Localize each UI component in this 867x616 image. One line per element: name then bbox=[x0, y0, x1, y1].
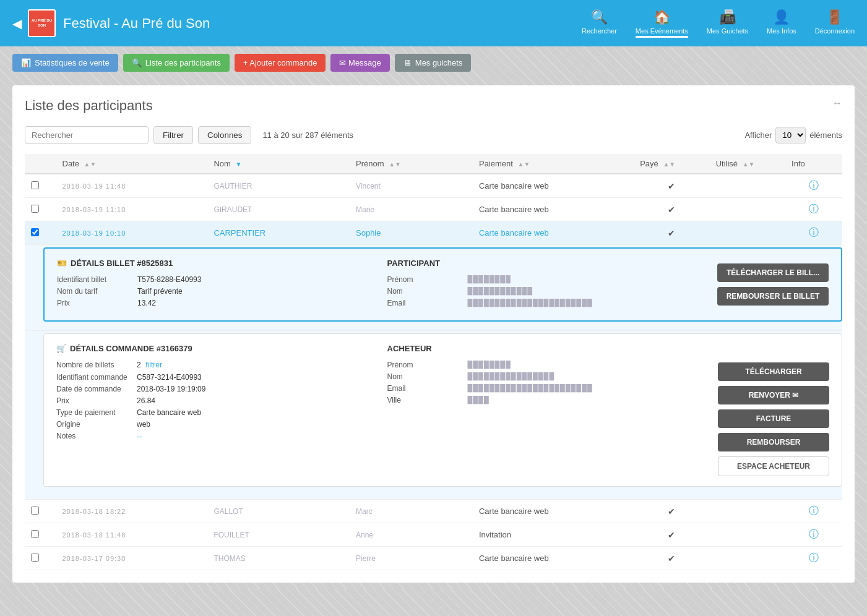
row-info[interactable]: ⓘ bbox=[785, 174, 842, 198]
th-paye[interactable]: Payé ▲▼ bbox=[634, 154, 709, 174]
rembourser-commande-button[interactable]: REMBOURSER bbox=[718, 433, 829, 451]
th-utilise[interactable]: Utilisé ▲▼ bbox=[710, 154, 785, 174]
sort-paye-icon: ▲▼ bbox=[663, 161, 675, 168]
row-date: 2018-03-19 11:10 bbox=[56, 198, 208, 221]
th-checkbox bbox=[25, 154, 56, 174]
nav-mes-guichets[interactable]: 📠 Mes Guichets bbox=[707, 9, 748, 38]
row-info[interactable]: ⓘ bbox=[785, 198, 842, 221]
info-icon[interactable]: ⓘ bbox=[809, 180, 819, 190]
ajouter-commande-button[interactable]: + Ajouter commande bbox=[235, 54, 326, 72]
check-icon: ✔ bbox=[668, 530, 675, 540]
sort-paiement-icon: ▲▼ bbox=[518, 161, 530, 168]
search-bar: Filtrer Colonnes 11 à 20 sur 287 élément… bbox=[25, 126, 842, 144]
row-paiement: Carte bancaire web bbox=[473, 500, 634, 523]
row-checkbox[interactable] bbox=[31, 181, 39, 189]
commande-paiement: Type de paiement Carte bancaire web bbox=[56, 408, 369, 417]
row-prenom: Marc bbox=[350, 500, 473, 523]
telecharger-commande-button[interactable]: TÉLÉCHARGER bbox=[718, 362, 829, 381]
info-icon[interactable]: ⓘ bbox=[809, 227, 819, 237]
row-date: 2018-03-18 11:48 bbox=[56, 523, 208, 547]
row-nom: GAUTHIER bbox=[207, 174, 350, 198]
row-checkbox[interactable] bbox=[31, 507, 39, 515]
check-icon: ✔ bbox=[668, 228, 675, 238]
row-info[interactable]: ⓘ bbox=[785, 547, 842, 570]
row-paiement: Carte bancaire web bbox=[473, 174, 634, 198]
commande-id: Identifiant commande C587-3214-E40993 bbox=[56, 373, 369, 382]
participant-prenom: Prénom ████████ bbox=[387, 275, 699, 284]
row-paye: ✔ bbox=[634, 174, 709, 198]
row-checkbox[interactable] bbox=[31, 530, 39, 538]
detail-commande-row: 🛒 DÉTAILS COMMANDE #3166379 Nombre de bi… bbox=[25, 331, 842, 500]
row-checkbox[interactable] bbox=[31, 205, 39, 213]
row-checkbox[interactable] bbox=[31, 228, 39, 236]
nav-deconnexion[interactable]: 🚪 Déconnexion bbox=[815, 9, 855, 38]
sort-prenom-icon: ▲▼ bbox=[389, 161, 401, 168]
nav-rechercher[interactable]: 🔍 Rechercher bbox=[582, 9, 617, 38]
facture-button[interactable]: FACTURE bbox=[718, 409, 829, 428]
acheteur-title: ACHETEUR bbox=[387, 344, 700, 353]
espace-acheteur-button[interactable]: ESPACE ACHETEUR bbox=[718, 456, 829, 476]
row-paiement[interactable]: Carte bancaire web bbox=[473, 221, 634, 245]
info-icon[interactable]: ⓘ bbox=[809, 203, 819, 214]
check-icon: ✔ bbox=[668, 181, 675, 191]
nav-mes-infos[interactable]: 👤 Mes Infos bbox=[767, 9, 796, 38]
guichets-icon: 🖥 bbox=[403, 58, 412, 67]
acheteur-ville: Ville ████ bbox=[387, 396, 700, 404]
commande-origine: Origine web bbox=[56, 420, 369, 429]
row-date: 2018-03-19 11:48 bbox=[56, 174, 208, 198]
stats-button[interactable]: 📊 Statistiques de vente bbox=[12, 54, 118, 72]
info-icon[interactable]: ⓘ bbox=[809, 529, 819, 539]
sort-nom-icon: ▼ bbox=[235, 161, 241, 168]
renvoyer-button[interactable]: RENVOYER ✉ bbox=[718, 386, 829, 404]
row-checkbox[interactable] bbox=[31, 554, 39, 562]
participants-button[interactable]: 🔍 Liste des participants bbox=[123, 54, 230, 72]
filter-link[interactable]: filtrer bbox=[145, 361, 162, 370]
acheteur-email: Email ███████████████████████ bbox=[387, 384, 700, 393]
commande-billets: Nombre de billets 2 filtrer bbox=[56, 361, 369, 370]
sort-date-icon: ▲▼ bbox=[84, 161, 97, 168]
row-paiement: Carte bancaire web bbox=[473, 198, 634, 221]
commande-details: 🛒 DÉTAILS COMMANDE #3166379 Nombre de bi… bbox=[56, 344, 369, 476]
th-nom[interactable]: Nom ▼ bbox=[207, 154, 350, 174]
paiement-link[interactable]: Carte bancaire web bbox=[479, 228, 549, 237]
telecharger-billet-button[interactable]: TÉLÉCHARGER LE BILL... bbox=[717, 263, 829, 282]
mes-guichets-button[interactable]: 🖥 Mes guichets bbox=[395, 54, 472, 72]
detail-billet-row: 🎫 DÉTAILS BILLET #8525831 Identifiant bi… bbox=[25, 245, 842, 331]
th-prenom[interactable]: Prénom ▲▼ bbox=[350, 154, 473, 174]
row-nom: GIRAUDET bbox=[207, 198, 350, 221]
list-icon: 🔍 bbox=[132, 58, 142, 67]
nav-mes-evenements[interactable]: 🏠 Mes Evénements bbox=[636, 9, 688, 38]
row-prenom: Anne bbox=[350, 523, 473, 547]
commande-acheteur: ACHETEUR Prénom ████████ Nom ███████████… bbox=[387, 344, 700, 476]
acheteur-nom: Nom ████████████████ bbox=[387, 372, 700, 381]
billet-participant: PARTICIPANT Prénom ████████ Nom ████████… bbox=[387, 259, 699, 310]
row-utilise bbox=[710, 523, 785, 547]
columns-button[interactable]: Colonnes bbox=[198, 126, 251, 144]
check-icon: ✔ bbox=[668, 507, 675, 516]
sort-utilise-icon: ▲▼ bbox=[743, 161, 755, 168]
participant-title: PARTICIPANT bbox=[387, 259, 699, 268]
notes-link[interactable]: -- bbox=[137, 432, 142, 441]
rembourser-billet-button[interactable]: REMBOURSER LE BILLET bbox=[717, 287, 829, 306]
info-icon[interactable]: ⓘ bbox=[809, 505, 819, 516]
commande-notes: Notes -- bbox=[56, 432, 369, 441]
message-button[interactable]: ✉ Message bbox=[330, 54, 389, 72]
logout-icon: 🚪 bbox=[826, 9, 843, 25]
row-date: 2018-03-18 18:22 bbox=[56, 500, 208, 523]
row-info[interactable]: ⓘ bbox=[785, 500, 842, 523]
filter-button[interactable]: Filtrer bbox=[153, 126, 193, 144]
search-input[interactable] bbox=[25, 126, 149, 144]
participants-table: Date ▲▼ Nom ▼ Prénom ▲▼ Paiement ▲▼ Payé bbox=[25, 154, 842, 570]
header-title: Festival - Au Pré du Son bbox=[63, 15, 582, 32]
table-row: 2018-03-19 11:10 GIRAUDET Marie Carte ba… bbox=[25, 198, 842, 221]
table-row: 2018-03-17 09:30 THOMAS Pierre Carte ban… bbox=[25, 547, 842, 570]
info-icon[interactable]: ⓘ bbox=[809, 552, 819, 563]
th-paiement[interactable]: Paiement ▲▼ bbox=[473, 154, 634, 174]
row-info[interactable]: ⓘ bbox=[785, 523, 842, 547]
th-date[interactable]: Date ▲▼ bbox=[56, 154, 208, 174]
display-select[interactable]: 10 25 50 bbox=[775, 127, 806, 143]
back-button[interactable]: ◀ bbox=[12, 16, 22, 31]
collapse-icon[interactable]: ↔ bbox=[832, 98, 842, 109]
row-info[interactable]: ⓘ bbox=[785, 221, 842, 245]
user-icon: 👤 bbox=[773, 9, 790, 25]
